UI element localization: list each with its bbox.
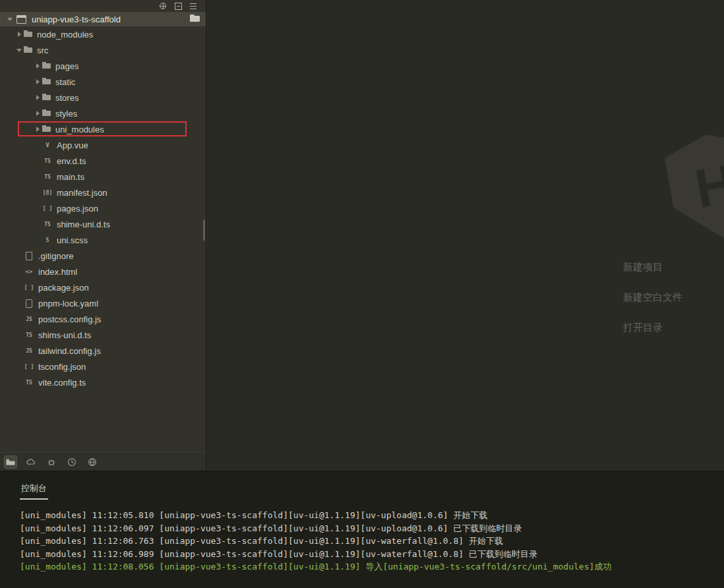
js-file-icon: JS bbox=[24, 345, 34, 356]
tree-item-env.d.ts[interactable]: TSenv.d.ts bbox=[0, 153, 206, 169]
collapse-all-icon[interactable] bbox=[173, 1, 183, 11]
quick-links: 新建项目新建空白文件打开目录 bbox=[623, 261, 682, 352]
ts-file-icon: TS bbox=[24, 377, 34, 388]
tree-item-.gitignore[interactable]: .gitignore bbox=[0, 248, 206, 264]
file-tree: node_modulessrcpagesstaticstoresstylesun… bbox=[0, 26, 206, 390]
tab-console[interactable]: 控制台 bbox=[20, 483, 48, 500]
project-explorer: uniapp-vue3-ts-scaffold node_modulessrcp… bbox=[0, 0, 206, 471]
project-name: uniapp-vue3-ts-scaffold bbox=[32, 15, 121, 24]
tree-item-label: styles bbox=[55, 109, 77, 119]
manifest-file-icon: [@] bbox=[42, 187, 53, 198]
chevron-down-icon[interactable] bbox=[5, 12, 15, 26]
tree-item-label: index.html bbox=[38, 267, 77, 277]
history-icon[interactable] bbox=[66, 456, 78, 468]
tree-item-label: pnpm-lock.yaml bbox=[38, 299, 98, 309]
chevron-right-icon[interactable] bbox=[33, 105, 42, 121]
console-line: [uni_modules] 11:12:05.810 [uniapp-vue3-… bbox=[20, 509, 717, 522]
tree-item-label: static bbox=[55, 77, 75, 87]
tree-item-label: App.vue bbox=[57, 140, 88, 150]
console-line: [uni_modules] 11:12:06.097 [uniapp-vue3-… bbox=[20, 522, 717, 535]
tree-item-App.vue[interactable]: VApp.vue bbox=[0, 137, 206, 153]
tree-item-label: pages.json bbox=[57, 204, 98, 214]
tree-item-tailwind.config.js[interactable]: JStailwind.config.js bbox=[0, 343, 206, 359]
tree-item-label: manifest.json bbox=[57, 188, 107, 198]
files-icon[interactable] bbox=[5, 456, 16, 468]
bug-icon[interactable] bbox=[45, 456, 57, 468]
ts-file-icon: TS bbox=[24, 330, 34, 340]
locate-file-icon[interactable] bbox=[158, 1, 167, 11]
tree-item-manifest.json[interactable]: [@]manifest.json bbox=[0, 185, 206, 200]
tree-item-label: node_modules bbox=[37, 30, 93, 40]
tree-item-label: pages bbox=[55, 61, 78, 71]
globe-icon[interactable] bbox=[86, 456, 98, 468]
tree-item-node_modules[interactable]: node_modules bbox=[0, 26, 206, 42]
tree-item-src[interactable]: src bbox=[0, 42, 206, 58]
json-file-icon: [ ] bbox=[42, 203, 53, 214]
folder-icon bbox=[24, 45, 33, 55]
tree-item-label: main.ts bbox=[57, 172, 84, 182]
menu-icon[interactable] bbox=[189, 1, 198, 11]
tree-item-styles[interactable]: styles bbox=[0, 105, 206, 121]
editor-area: H 新建项目新建空白文件打开目录 bbox=[207, 0, 724, 471]
file-file-icon bbox=[24, 298, 34, 309]
tree-item-label: postcss.config.js bbox=[38, 314, 101, 324]
tree-item-vite.config.ts[interactable]: TSvite.config.ts bbox=[0, 374, 206, 390]
tree-item-pnpm-lock.yaml[interactable]: pnpm-lock.yaml bbox=[0, 295, 206, 311]
tree-item-shime-uni.d.ts[interactable]: TSshime-uni.d.ts bbox=[0, 216, 206, 232]
console-line: [uni_modules] 11:12:06.763 [uniapp-vue3-… bbox=[20, 535, 717, 548]
cloud-icon[interactable] bbox=[25, 456, 37, 468]
tree-item-postcss.config.js[interactable]: JSpostcss.config.js bbox=[0, 311, 206, 327]
quick-link-2[interactable]: 打开目录 bbox=[623, 322, 682, 334]
scss-file-icon: S bbox=[42, 235, 53, 245]
tree-item-pages.json[interactable]: [ ]pages.json bbox=[0, 200, 206, 216]
ts-file-icon: TS bbox=[42, 156, 53, 166]
chevron-right-icon[interactable] bbox=[33, 121, 42, 137]
chevron-down-icon[interactable] bbox=[15, 42, 24, 58]
chevron-right-icon[interactable] bbox=[33, 90, 42, 105]
console-line: [uni_modules] 11:12:06.989 [uniapp-vue3-… bbox=[20, 548, 717, 561]
json-file-icon: [ ] bbox=[24, 361, 34, 372]
tree-item-stores[interactable]: stores bbox=[0, 90, 206, 105]
chevron-right-icon[interactable] bbox=[33, 58, 42, 74]
tree-item-label: shims-uni.d.ts bbox=[38, 330, 91, 340]
tree-item-label: src bbox=[37, 45, 48, 55]
tree-item-static[interactable]: static bbox=[0, 74, 206, 90]
folder-icon bbox=[42, 76, 51, 87]
tree-item-tsconfig.json[interactable]: [ ]tsconfig.json bbox=[0, 359, 206, 374]
tree-item-label: uni.scss bbox=[57, 235, 88, 245]
tree-item-shims-uni.d.ts[interactable]: TSshims-uni.d.ts bbox=[0, 327, 206, 343]
project-root-row[interactable]: uniapp-vue3-ts-scaffold bbox=[0, 12, 206, 26]
tree-item-label: package.json bbox=[38, 283, 89, 293]
quick-link-1[interactable]: 新建空白文件 bbox=[623, 291, 682, 304]
chevron-right-icon[interactable] bbox=[33, 74, 42, 90]
tree-item-label: tsconfig.json bbox=[38, 362, 86, 372]
tree-item-label: tailwind.config.js bbox=[38, 346, 101, 356]
tree-item-label: uni_modules bbox=[55, 125, 104, 134]
folder-icon bbox=[42, 108, 51, 119]
file-file-icon bbox=[24, 250, 34, 261]
tree-item-package.json[interactable]: [ ]package.json bbox=[0, 279, 206, 295]
hbuilderx-logo-watermark: H bbox=[650, 122, 724, 254]
tree-item-index.html[interactable]: <>index.html bbox=[0, 264, 206, 279]
chevron-right-icon[interactable] bbox=[15, 26, 24, 42]
tree-item-label: vite.config.ts bbox=[38, 378, 86, 388]
quick-link-0[interactable]: 新建项目 bbox=[623, 261, 682, 274]
explorer-toolbar bbox=[0, 0, 206, 12]
html-file-icon: <> bbox=[24, 266, 34, 277]
console-line: [uni_modules] 11:12:08.056 [uniapp-vue3-… bbox=[20, 560, 717, 573]
tree-item-main.ts[interactable]: TSmain.ts bbox=[0, 169, 206, 185]
tree-item-uni.scss[interactable]: Suni.scss bbox=[0, 232, 206, 248]
folder-icon[interactable] bbox=[190, 15, 200, 22]
tree-item-label: stores bbox=[55, 93, 78, 103]
folder-icon bbox=[42, 61, 51, 71]
scrollbar-thumb[interactable] bbox=[203, 220, 205, 241]
folder-icon bbox=[42, 124, 51, 134]
tree-item-pages[interactable]: pages bbox=[0, 58, 206, 74]
app-window-icon bbox=[16, 15, 26, 24]
explorer-bottom-bar bbox=[0, 452, 206, 471]
tree-item-label: shime-uni.d.ts bbox=[57, 220, 110, 229]
tree-item-label: env.d.ts bbox=[57, 156, 86, 166]
tree-item-uni_modules[interactable]: uni_modules bbox=[0, 121, 206, 137]
folder-icon bbox=[42, 92, 51, 103]
json-file-icon: [ ] bbox=[24, 282, 34, 293]
